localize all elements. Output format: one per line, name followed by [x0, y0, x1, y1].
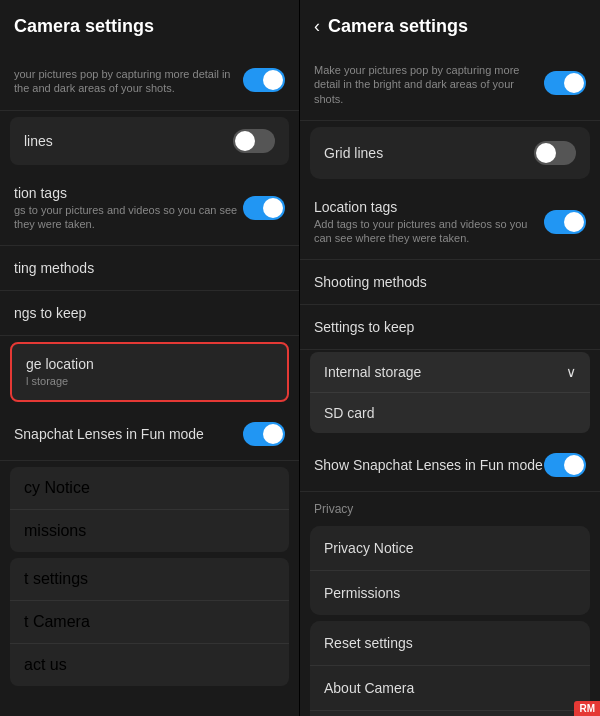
item-title: act us	[24, 656, 67, 674]
grid-group: Grid lines	[310, 127, 590, 179]
internal-storage-option[interactable]: Internal storage ∨	[310, 352, 590, 393]
toggle-snapchat[interactable]	[243, 422, 285, 446]
item-title: Permissions	[324, 585, 576, 601]
item-text: Settings to keep	[314, 319, 586, 335]
item-text: Grid lines	[324, 145, 534, 161]
storage-group: ge location l storage	[10, 342, 289, 402]
list-item: Snapchat Lenses in Fun mode	[0, 408, 299, 461]
storage-option-label: SD card	[324, 405, 375, 421]
list-item[interactable]: ting methods	[0, 246, 299, 291]
item-title: lines	[24, 133, 233, 149]
item-title: Shooting methods	[314, 274, 586, 290]
item-text: Snapchat Lenses in Fun mode	[14, 426, 243, 442]
toggle-gridlines[interactable]	[233, 129, 275, 153]
snapchat-item: Show Snapchat Lenses in Fun mode	[300, 439, 600, 492]
left-header: Camera settings	[0, 0, 299, 47]
privacy-group: cy Notice missions	[10, 467, 289, 552]
right-header: ‹ Camera settings	[300, 0, 600, 47]
storage-location-item[interactable]: ge location l storage	[12, 344, 287, 400]
item-title: Location tags	[314, 199, 544, 215]
item-subtitle: gs to your pictures and videos so you ca…	[14, 203, 243, 232]
settings-group: t settings t Camera act us	[10, 558, 289, 686]
item-subtitle: Make your pictures pop by capturing more…	[314, 63, 544, 106]
toggle-hdr-right[interactable]	[544, 71, 586, 95]
storage-option-label: Internal storage	[324, 364, 421, 380]
left-content: your pictures pop by capturing more deta…	[0, 47, 299, 686]
item-title: missions	[24, 522, 86, 540]
list-item[interactable]: t Camera	[10, 601, 289, 644]
item-text: Make your pictures pop by capturing more…	[314, 61, 544, 106]
list-item: tion tags gs to your pictures and videos…	[0, 171, 299, 247]
group-box: lines	[10, 117, 289, 165]
item-title: t Camera	[24, 613, 90, 631]
about-camera-item[interactable]: About Camera	[310, 666, 590, 711]
list-item[interactable]: cy Notice	[10, 467, 289, 510]
toggle-gridlines-right[interactable]	[534, 141, 576, 165]
storage-dropdown: Internal storage ∨ SD card	[310, 352, 590, 433]
toggle-hdr[interactable]	[243, 68, 285, 92]
item-subtitle: your pictures pop by capturing more deta…	[14, 67, 243, 96]
list-item[interactable]: missions	[10, 510, 289, 552]
item-title: Snapchat Lenses in Fun mode	[14, 426, 243, 442]
right-title: Camera settings	[328, 16, 468, 37]
left-title: Camera settings	[14, 16, 285, 37]
item-title: Grid lines	[324, 145, 534, 161]
item-text: About Camera	[324, 680, 576, 696]
list-item[interactable]: ngs to keep	[0, 291, 299, 336]
item-title: Settings to keep	[314, 319, 586, 335]
item-title: About Camera	[324, 680, 576, 696]
item-text: lines	[24, 133, 233, 149]
location-tags-item: Location tags Add tags to your pictures …	[300, 185, 600, 261]
toggle-location[interactable]	[243, 196, 285, 220]
item-text: Reset settings	[324, 635, 576, 651]
list-item: Make your pictures pop by capturing more…	[300, 47, 600, 121]
item-text: Permissions	[324, 585, 576, 601]
reset-settings-item[interactable]: Reset settings	[310, 621, 590, 666]
item-text: Show Snapchat Lenses in Fun mode	[314, 457, 544, 473]
item-text: Privacy Notice	[324, 540, 576, 556]
list-item: your pictures pop by capturing more deta…	[0, 51, 299, 111]
rm-badge: RM	[574, 701, 600, 716]
sd-card-option[interactable]: SD card	[310, 393, 590, 433]
item-subtitle: l storage	[26, 374, 273, 388]
item-subtitle: Add tags to your pictures and videos so …	[314, 217, 544, 246]
other-group-right: Reset settings About Camera Contact us	[310, 621, 590, 716]
toggle-snapchat-right[interactable]	[544, 453, 586, 477]
grid-lines-item[interactable]: Grid lines	[310, 127, 590, 179]
item-text: tion tags gs to your pictures and videos…	[14, 185, 243, 232]
item-title: Privacy Notice	[324, 540, 576, 556]
settings-to-keep-item[interactable]: Settings to keep	[300, 305, 600, 350]
item-title: Show Snapchat Lenses in Fun mode	[314, 457, 544, 473]
privacy-section-label: Privacy	[300, 492, 600, 520]
back-button[interactable]: ‹	[314, 16, 320, 37]
item-title: ngs to keep	[14, 305, 285, 321]
item-text: Shooting methods	[314, 274, 586, 290]
item-title: ting methods	[14, 260, 285, 276]
list-item[interactable]: t settings	[10, 558, 289, 601]
privacy-notice-item[interactable]: Privacy Notice	[310, 526, 590, 571]
item-text: ge location l storage	[26, 356, 273, 388]
shooting-methods-item[interactable]: Shooting methods	[300, 260, 600, 305]
item-text: Location tags Add tags to your pictures …	[314, 199, 544, 246]
contact-us-item[interactable]: Contact us	[310, 711, 590, 716]
item-title: t settings	[24, 570, 88, 588]
chevron-down-icon: ∨	[566, 364, 576, 380]
item-title: Reset settings	[324, 635, 576, 651]
list-item[interactable]: lines	[10, 117, 289, 165]
permissions-item[interactable]: Permissions	[310, 571, 590, 615]
item-text: ngs to keep	[14, 305, 285, 321]
privacy-group-right: Privacy Notice Permissions	[310, 526, 590, 615]
toggle-location-right[interactable]	[544, 210, 586, 234]
item-text: ting methods	[14, 260, 285, 276]
item-title: tion tags	[14, 185, 243, 201]
item-title: cy Notice	[24, 479, 90, 497]
item-text: your pictures pop by capturing more deta…	[14, 65, 243, 96]
list-item[interactable]: act us	[10, 644, 289, 686]
item-title: ge location	[26, 356, 273, 372]
right-panel: ‹ Camera settings Make your pictures pop…	[300, 0, 600, 716]
left-panel: Camera settings your pictures pop by cap…	[0, 0, 300, 716]
